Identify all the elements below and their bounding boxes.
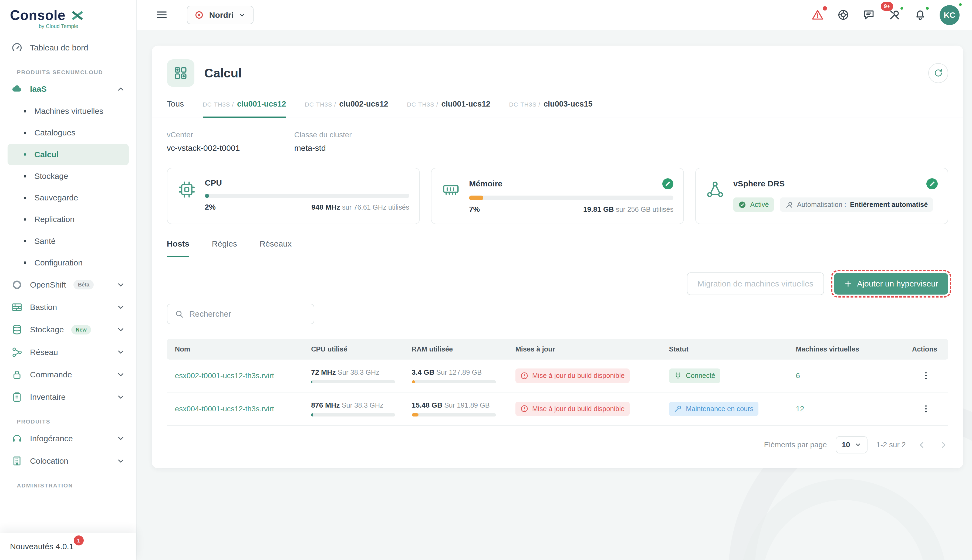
cpu-usage: 948 MHz sur 76.61 GHz utilisés (311, 203, 409, 212)
online-dot (900, 6, 904, 10)
sidebar-item-stockage[interactable]: Stockage New (8, 318, 129, 341)
sidebar-item-bastion[interactable]: Bastion (8, 296, 129, 318)
logo-subtitle: by Cloud Temple (38, 24, 126, 29)
target-icon (194, 10, 204, 20)
alerts-button[interactable] (811, 8, 824, 21)
prev-page-button[interactable] (917, 440, 927, 450)
annotation-highlight: Ajouter un hyperviseur (834, 273, 948, 295)
support-button[interactable] (837, 8, 850, 21)
host-status-cell: Maintenance en cours (661, 402, 788, 416)
row-actions-menu[interactable] (904, 404, 948, 414)
dragonfly-icon (70, 8, 85, 23)
cluster-tabs: Tous DC-TH3S / clu001-ucs12 DC-TH3S / cl… (152, 99, 963, 118)
sidebar-item-infogerance[interactable]: Infogérance (8, 427, 129, 450)
bullet-icon (24, 153, 26, 156)
table-header: Nom CPU utilisé RAM utilisée Mises à jou… (167, 339, 948, 359)
sidebar-item-openshift[interactable]: OpenShift Béta (8, 273, 129, 296)
add-hypervisor-button[interactable]: Ajouter un hyperviseur (834, 273, 948, 295)
tab-clu003-ucs15[interactable]: DC-TH3S / clu003-ucs15 (509, 100, 593, 118)
section-label-products: PRODUITS (17, 418, 129, 425)
search-icon (175, 309, 184, 319)
plus-icon (844, 280, 852, 288)
tab-reseaux[interactable]: Réseaux (259, 239, 292, 258)
next-page-button[interactable] (938, 440, 948, 450)
edit-drs-button[interactable] (926, 178, 938, 190)
alert-circle-icon (520, 372, 529, 380)
row-actions-menu[interactable] (904, 371, 948, 381)
hamburger-menu-icon[interactable] (156, 8, 168, 21)
ram-icon (442, 180, 460, 199)
logo[interactable]: Console by Cloud Temple (0, 0, 136, 33)
status-badge: Connecté (669, 368, 720, 383)
sidebar-item-machines-virtuelles[interactable]: Machines virtuelles (8, 100, 129, 122)
sidebar-item-replication[interactable]: Replication (8, 208, 129, 230)
detail-tabs: Hosts Règles Réseaux (152, 239, 963, 257)
tenant-name: Nordri (209, 10, 234, 20)
chevron-down-icon (116, 325, 125, 334)
ram-progress-bar (412, 413, 496, 417)
sidebar-item-dashboard[interactable]: Tableau de bord (8, 37, 129, 59)
refresh-button[interactable] (928, 63, 948, 83)
tenant-selector[interactable]: Nordri (187, 6, 254, 24)
avatar[interactable]: KC (940, 5, 960, 25)
sidebar-item-reseau[interactable]: Réseau (8, 341, 129, 363)
section-label-administration: ADMINISTRATION (17, 482, 129, 489)
tab-clu002-ucs12[interactable]: DC-TH3S / clu002-ucs12 (305, 100, 388, 118)
tools-icon (785, 201, 793, 209)
news-bar[interactable]: Nouveautés 4.0.1 1 (0, 533, 136, 560)
sidebar-item-colocation[interactable]: Colocation (8, 450, 129, 472)
tab-hosts[interactable]: Hosts (167, 239, 189, 258)
news-count-badge: 1 (74, 535, 84, 545)
sidebar-item-inventaire[interactable]: Inventaire (8, 386, 129, 408)
chevron-down-icon (116, 393, 125, 402)
building-icon (11, 455, 23, 467)
new-badge: New (71, 325, 91, 335)
bricks-icon (11, 302, 23, 313)
tab-regles[interactable]: Règles (212, 239, 238, 258)
drs-nodes-icon (706, 180, 724, 199)
sidebar-item-stockage-iaas[interactable]: Stockage (8, 165, 129, 187)
bullet-icon (24, 110, 26, 112)
chevron-down-icon (855, 441, 861, 448)
host-cpu-cell: 876 MHz Sur 38.3 GHz (303, 401, 403, 416)
migrate-vms-button[interactable]: Migration de machines virtuelles (687, 272, 824, 295)
chevron-down-icon (116, 434, 125, 443)
drs-status-badge: Activé (733, 197, 774, 212)
sidebar-item-sauvegarde[interactable]: Sauvegarde (8, 187, 129, 208)
check-circle-icon (738, 201, 746, 209)
chevron-down-icon (116, 348, 125, 356)
update-badge: Mise à jour du build disponible (515, 402, 630, 416)
topbar: Nordri 9+ (137, 0, 972, 30)
openshift-icon (11, 279, 23, 290)
tools-button[interactable]: 9+ (888, 8, 901, 21)
clipboard-icon (11, 392, 23, 403)
chevron-down-icon (116, 280, 125, 289)
sidebar-item-commande[interactable]: Commande (8, 363, 129, 386)
ram-progress-bar (412, 380, 496, 383)
headset-icon (11, 433, 23, 444)
host-name-link[interactable]: esx002-t0001-ucs12-th3s.rvirt (167, 372, 303, 380)
search-box (167, 304, 314, 324)
edit-memory-button[interactable] (662, 178, 674, 190)
tab-clu001-ucs12[interactable]: DC-TH3S / clu001-ucs12 (203, 100, 286, 118)
tab-clu001-ucs12-b[interactable]: DC-TH3S / clu001-ucs12 (407, 100, 490, 118)
host-ram-cell: 15.48 GB Sur 191.89 GB (404, 401, 507, 416)
calcul-card: Calcul Tous DC-TH3S / clu001-ucs12 DC-TH… (152, 46, 963, 468)
vm-count: 12 (788, 405, 904, 413)
sidebar-item-sante[interactable]: Santé (8, 230, 129, 252)
sidebar-item-catalogues[interactable]: Catalogues (8, 122, 129, 143)
search-input[interactable] (189, 309, 306, 318)
lock-icon (11, 369, 23, 380)
tab-tous[interactable]: Tous (167, 99, 184, 118)
notifications-button[interactable] (914, 8, 926, 21)
memory-percent: 7% (469, 205, 480, 213)
pagination: Eléments par page 10 1-2 sur 2 (152, 426, 963, 453)
news-label: Nouveautés 4.0.1 1 (10, 542, 74, 551)
sidebar-item-configuration[interactable]: Configuration (8, 252, 129, 273)
host-name-link[interactable]: esx004-t0001-ucs12-th3s.rvirt (167, 405, 303, 413)
feedback-button[interactable] (863, 8, 875, 21)
sidebar-item-iaas[interactable]: IaaS (8, 78, 129, 100)
per-page-select[interactable]: 10 (836, 436, 868, 453)
dots-vertical-icon (921, 404, 931, 414)
sidebar-item-calcul[interactable]: Calcul (8, 144, 129, 165)
